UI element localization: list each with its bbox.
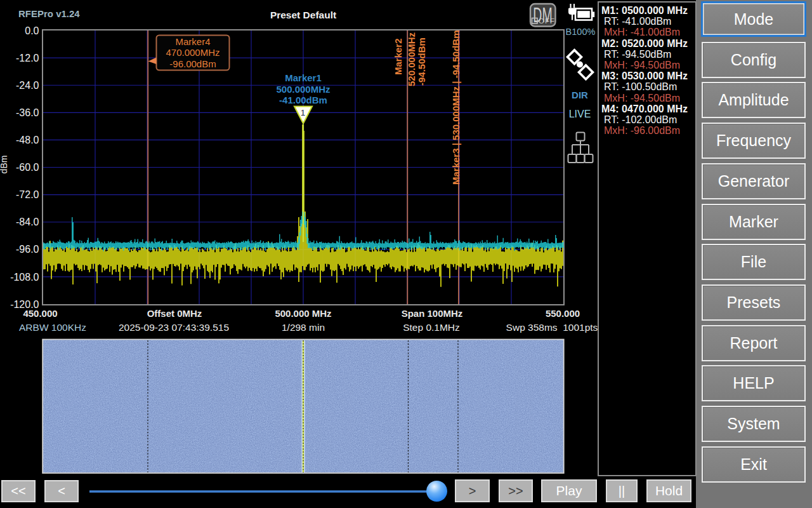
svg-text:Step 0.1MHz: Step 0.1MHz (403, 322, 460, 333)
svg-text:-96.00dBm: -96.00dBm (169, 58, 216, 69)
svg-text:450.000: 450.000 (23, 308, 57, 319)
svg-text:470.000MHz: 470.000MHz (166, 47, 219, 58)
svg-text:LIVE: LIVE (569, 109, 591, 119)
svg-text:Marker2: Marker2 (393, 38, 403, 75)
svg-text:Preset Default: Preset Default (270, 10, 336, 20)
svg-text:RFEPro v1.24: RFEPro v1.24 (18, 8, 80, 19)
svg-text:500.000MHz: 500.000MHz (276, 84, 330, 95)
svg-text:2025-09-23 07:43:39.515: 2025-09-23 07:43:39.515 (119, 322, 229, 333)
svg-text:Marker4: Marker4 (175, 36, 210, 47)
svg-text:Offset 0MHz: Offset 0MHz (147, 308, 202, 319)
svg-text:Marker1: Marker1 (285, 72, 322, 83)
svg-text:-36.0: -36.0 (16, 107, 39, 118)
svg-text:1: 1 (301, 108, 306, 117)
svg-text:Span 100MHz: Span 100MHz (402, 308, 463, 319)
svg-text:-94.50dBm: -94.50dBm (416, 37, 427, 86)
svg-text:-96.0: -96.0 (16, 244, 39, 255)
svg-text:-72.0: -72.0 (16, 189, 39, 200)
svg-text:-24.0: -24.0 (16, 80, 39, 91)
svg-text:Swp 358ms 1001pts: Swp 358ms 1001pts (506, 322, 598, 333)
svg-text:1/298 min: 1/298 min (282, 322, 325, 333)
svg-text:520.000MHz: 520.000MHz (406, 32, 417, 86)
svg-text:-41.00dBm: -41.00dBm (279, 95, 327, 105)
svg-text:Marker3 | 530.000MHz | -94.50d: Marker3 | 530.000MHz | -94.50dBm (450, 30, 461, 185)
svg-text:ARBW 100KHz: ARBW 100KHz (19, 322, 86, 333)
svg-text:-48.0: -48.0 (16, 135, 39, 145)
svg-text:DIR: DIR (572, 90, 588, 100)
svg-text:-108.0: -108.0 (10, 272, 39, 283)
svg-text:0.0: 0.0 (25, 25, 39, 36)
svg-text:-60.0: -60.0 (16, 162, 39, 173)
svg-text:B100%: B100% (566, 27, 596, 37)
svg-text:500.000 MHz: 500.000 MHz (275, 308, 331, 319)
svg-text:OFF: OFF (539, 17, 554, 25)
svg-text:-12.0: -12.0 (16, 53, 39, 64)
svg-text:-84.0: -84.0 (16, 217, 39, 227)
svg-text:550.000: 550.000 (546, 308, 580, 319)
svg-text:dBm: dBm (0, 156, 9, 174)
